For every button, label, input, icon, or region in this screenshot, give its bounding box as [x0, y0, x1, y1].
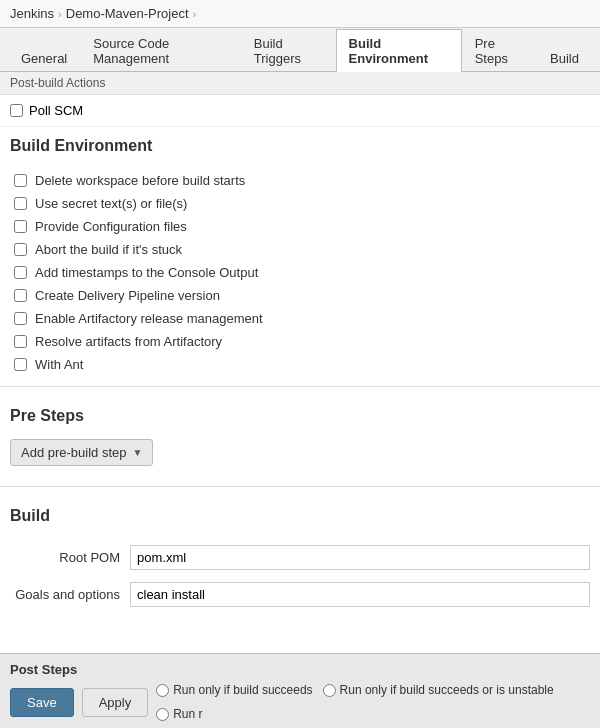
- bottom-bar: Post Steps Save Apply Run only if build …: [0, 653, 600, 728]
- radio-succeeds-label: Run only if build succeeds: [173, 683, 312, 697]
- option-row-1: Use secret text(s) or file(s): [10, 192, 590, 215]
- option-row-7: Resolve artifacts from Artifactory: [10, 330, 590, 353]
- breadcrumb: Jenkins › Demo-Maven-Project ›: [0, 0, 600, 28]
- goals-row: Goals and options: [10, 576, 590, 613]
- option-row-6: Enable Artifactory release management: [10, 307, 590, 330]
- option-label-3: Abort the build if it's stuck: [35, 242, 182, 257]
- poll-scm-row: Poll SCM: [0, 95, 600, 127]
- build-environment-title: Build Environment: [10, 137, 590, 159]
- spacer: [0, 623, 600, 653]
- option-row-0: Delete workspace before build starts: [10, 169, 590, 192]
- main-content: Post-build Actions Poll SCM Build Enviro…: [0, 72, 600, 653]
- tab-scm[interactable]: Source Code Management: [80, 29, 241, 72]
- root-pom-row: Root POM: [10, 539, 590, 576]
- option-label-1: Use secret text(s) or file(s): [35, 196, 187, 211]
- checkbox-abort-stuck[interactable]: [14, 243, 27, 256]
- radio-succeeds-input[interactable]: [156, 684, 169, 697]
- tab-build-environment[interactable]: Build Environment: [336, 29, 462, 72]
- add-step-label: Add pre-build step: [21, 445, 127, 460]
- bottom-bar-title: Post Steps: [10, 662, 590, 677]
- radio-unstable-input[interactable]: [323, 684, 336, 697]
- option-row-3: Abort the build if it's stuck: [10, 238, 590, 261]
- save-button[interactable]: Save: [10, 688, 74, 717]
- radio-unstable-label: Run only if build succeeds or is unstabl…: [340, 683, 554, 697]
- divider-2: [0, 486, 600, 487]
- pre-steps-section: Pre Steps Add pre-build step ▼: [0, 397, 600, 476]
- option-label-2: Provide Configuration files: [35, 219, 187, 234]
- tab-build[interactable]: Build: [537, 44, 592, 72]
- checkbox-artifactory-release[interactable]: [14, 312, 27, 325]
- option-label-7: Resolve artifacts from Artifactory: [35, 334, 222, 349]
- option-row-2: Provide Configuration files: [10, 215, 590, 238]
- option-row-5: Create Delivery Pipeline version: [10, 284, 590, 307]
- option-label-5: Create Delivery Pipeline version: [35, 288, 220, 303]
- breadcrumb-sep-2: ›: [193, 8, 197, 20]
- radio-options: Run only if build succeeds Run only if b…: [156, 683, 590, 721]
- goals-input[interactable]: [130, 582, 590, 607]
- checkbox-resolve-artifacts[interactable]: [14, 335, 27, 348]
- tab-general[interactable]: General: [8, 44, 80, 72]
- post-build-label: Post-build Actions: [0, 72, 600, 95]
- root-pom-label: Root POM: [10, 550, 120, 565]
- checkbox-delivery-pipeline[interactable]: [14, 289, 27, 302]
- breadcrumb-jenkins[interactable]: Jenkins: [10, 6, 54, 21]
- checkbox-config-files[interactable]: [14, 220, 27, 233]
- option-label-4: Add timestamps to the Console Output: [35, 265, 258, 280]
- build-environment-section: Build Environment Delete workspace befor…: [0, 127, 600, 376]
- poll-scm-label: Poll SCM: [29, 103, 83, 118]
- option-label-6: Enable Artifactory release management: [35, 311, 263, 326]
- option-row-8: With Ant: [10, 353, 590, 376]
- bottom-bar-actions: Save Apply Run only if build succeeds Ru…: [10, 683, 590, 721]
- option-label-0: Delete workspace before build starts: [35, 173, 245, 188]
- radio-run-r-input[interactable]: [156, 708, 169, 721]
- dropdown-arrow-icon: ▼: [133, 447, 143, 458]
- radio-run-r-label: Run r: [173, 707, 202, 721]
- checkbox-timestamps[interactable]: [14, 266, 27, 279]
- breadcrumb-project[interactable]: Demo-Maven-Project: [66, 6, 189, 21]
- radio-succeeds: Run only if build succeeds: [156, 683, 312, 697]
- radio-unstable: Run only if build succeeds or is unstabl…: [323, 683, 554, 697]
- build-section: Build Root POM Goals and options: [0, 497, 600, 623]
- pre-steps-title: Pre Steps: [10, 407, 590, 429]
- tab-bar: General Source Code Management Build Tri…: [0, 28, 600, 72]
- option-label-8: With Ant: [35, 357, 83, 372]
- tab-triggers[interactable]: Build Triggers: [241, 29, 336, 72]
- checkbox-delete-workspace[interactable]: [14, 174, 27, 187]
- goals-label: Goals and options: [10, 587, 120, 602]
- radio-run-r: Run r: [156, 707, 202, 721]
- divider-1: [0, 386, 600, 387]
- apply-button[interactable]: Apply: [82, 688, 149, 717]
- checkbox-with-ant[interactable]: [14, 358, 27, 371]
- poll-scm-checkbox[interactable]: [10, 104, 23, 117]
- option-row-4: Add timestamps to the Console Output: [10, 261, 590, 284]
- root-pom-input[interactable]: [130, 545, 590, 570]
- checkbox-secret-text[interactable]: [14, 197, 27, 210]
- tab-pre-steps[interactable]: Pre Steps: [462, 29, 537, 72]
- breadcrumb-sep-1: ›: [58, 8, 62, 20]
- add-pre-build-step-button[interactable]: Add pre-build step ▼: [10, 439, 153, 466]
- build-title: Build: [10, 507, 590, 529]
